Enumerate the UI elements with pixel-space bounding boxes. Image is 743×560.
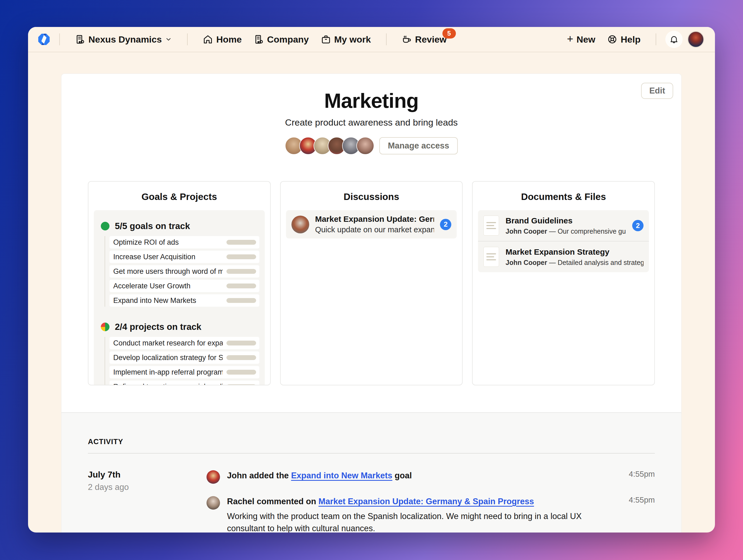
nav-review-label: Review (415, 34, 447, 45)
project-label: Refine ad targeting on social media pl..… (113, 383, 223, 386)
nav-divider (187, 34, 188, 45)
progress-bar (226, 283, 256, 288)
comment-count-badge: 2 (632, 220, 644, 231)
project-card: Edit Marketing Create product awareness … (61, 74, 682, 532)
nav-item-review[interactable]: Review 5 (402, 34, 447, 45)
projects-on-track-label: 2/4 projects on track (115, 322, 202, 332)
lifebuoy-icon (607, 34, 617, 44)
activity-actor-avatar[interactable] (207, 496, 220, 510)
top-nav: Nexus Dynamics Home Company (28, 27, 715, 52)
bell-icon (669, 35, 679, 44)
activity-date-relative: 2 days ago (88, 482, 207, 492)
progress-bar (226, 240, 256, 245)
document-body: Brand Guidelines John Cooper — Our compr… (506, 216, 626, 235)
chevron-down-icon (165, 36, 172, 43)
coffee-cup-icon (402, 34, 412, 44)
discussion-item[interactable]: Market Expansion Update: Germany & ... Q… (286, 210, 457, 238)
activity-actor-avatar[interactable] (207, 470, 220, 484)
activity-row: John added the Expand into New Markets g… (207, 470, 655, 484)
activity-divider (88, 453, 655, 454)
progress-bar (226, 254, 256, 259)
progress-bar (226, 341, 256, 345)
discussion-body: Market Expansion Update: Germany & ... Q… (315, 215, 434, 234)
activity-action-prefix: Rachel commented on (227, 497, 318, 506)
notifications-button[interactable] (665, 31, 683, 48)
members-row: Manage access (285, 137, 458, 155)
activity-goal-link[interactable]: Expand into New Markets (291, 471, 393, 480)
plus-icon: + (567, 34, 573, 44)
project-row[interactable]: Conduct market research for expansi... (110, 337, 259, 349)
document-title: Brand Guidelines (506, 216, 626, 225)
discussion-author-avatar (292, 216, 309, 233)
section-gap (99, 307, 259, 318)
activity-grid: July 7th 2 days ago John added the Expan… (88, 470, 655, 532)
page-title: Marketing (324, 89, 419, 112)
document-author: John Cooper (506, 259, 547, 266)
document-icon (483, 216, 499, 236)
green-status-dot-icon (101, 222, 110, 230)
document-row[interactable]: Brand Guidelines John Cooper — Our compr… (478, 210, 649, 241)
nav-item-company[interactable]: Company (254, 34, 309, 45)
goal-row[interactable]: Increase User Acquisition (110, 251, 259, 263)
projects-section-header: 2/4 projects on track (101, 322, 259, 332)
activity-discussion-link[interactable]: Market Expansion Update: Germany & Spain… (318, 497, 534, 506)
nav-item-my-work[interactable]: My work (321, 34, 371, 45)
discussion-item-subtitle: Quick update on our market expansion ... (315, 225, 434, 234)
page-subtitle: Create product awareness and bring leads (285, 117, 458, 128)
help-button[interactable]: Help (607, 34, 641, 45)
document-title: Market Expansion Strategy (506, 247, 644, 256)
discussions-title: Discussions (286, 191, 457, 202)
document-row[interactable]: Market Expansion Strategy John Cooper — … (478, 241, 649, 272)
activity-time: 4:55pm (629, 470, 655, 484)
workspace-switcher[interactable]: Nexus Dynamics (75, 34, 172, 45)
project-row[interactable]: Refine ad targeting on social media pl..… (110, 380, 259, 385)
project-row[interactable]: Implement in-app referral program wit... (110, 366, 259, 378)
goal-row[interactable]: Optimize ROI of ads (110, 236, 259, 248)
activity-header: ACTIVITY (88, 438, 655, 446)
documents-title: Documents & Files (478, 191, 649, 202)
project-label: Implement in-app referral program wit... (113, 368, 223, 376)
discussion-item-title: Market Expansion Update: Germany & ... (315, 215, 434, 224)
progress-bar (226, 355, 256, 360)
nav-company-label: Company (267, 34, 309, 45)
document-body: Market Expansion Strategy John Cooper — … (506, 247, 644, 267)
goals-projects-panel[interactable]: Goals & Projects 5/5 goals on track Opti… (88, 181, 271, 385)
tool-columns: Goals & Projects 5/5 goals on track Opti… (61, 181, 681, 385)
comment-count-badge: 2 (440, 219, 451, 230)
project-label: Develop localization strategy for Span..… (113, 354, 223, 362)
goals-projects-title: Goals & Projects (94, 191, 265, 202)
company-icon (254, 34, 264, 44)
workspace-name: Nexus Dynamics (88, 34, 162, 45)
help-button-label: Help (621, 34, 641, 45)
edit-button[interactable]: Edit (641, 83, 673, 99)
nav-divider (59, 34, 60, 45)
app-logo-icon[interactable] (38, 33, 50, 46)
discussions-panel[interactable]: Discussions Market Expansion Update: Ger… (280, 181, 463, 385)
document-author: John Cooper (506, 227, 547, 235)
project-row[interactable]: Develop localization strategy for Span..… (110, 352, 259, 364)
activity-row: Rachel commented on Market Expansion Upd… (207, 496, 655, 532)
nav-item-home[interactable]: Home (203, 34, 242, 45)
activity-action-prefix: John added the (227, 471, 291, 480)
goal-label: Increase User Acquisition (113, 253, 195, 261)
new-button[interactable]: + New (567, 34, 595, 45)
document-subtitle: John Cooper — Our comprehensive guide to… (506, 227, 626, 235)
nav-divider (386, 34, 387, 45)
member-avatars (285, 137, 371, 155)
goal-row[interactable]: Accelerate User Growth (110, 280, 259, 292)
home-icon (203, 34, 213, 44)
goals-section-header: 5/5 goals on track (101, 221, 259, 231)
documents-panel[interactable]: Documents & Files Brand Guidelines John … (472, 181, 655, 385)
goal-row[interactable]: Get more users through word of mouth (110, 265, 259, 278)
activity-text: John added the Expand into New Markets g… (227, 470, 614, 484)
briefcase-icon (321, 34, 331, 44)
building-icon (75, 34, 85, 44)
pie-status-icon (101, 323, 110, 331)
goal-row[interactable]: Expand into New Markets (110, 294, 259, 307)
activity-time: 4:55pm (629, 496, 655, 532)
manage-access-button[interactable]: Manage access (379, 137, 458, 154)
nav-my-work-label: My work (334, 34, 371, 45)
user-avatar[interactable] (688, 31, 704, 48)
activity-section: ACTIVITY July 7th 2 days ago John added … (61, 412, 681, 532)
member-avatar[interactable] (356, 137, 374, 155)
